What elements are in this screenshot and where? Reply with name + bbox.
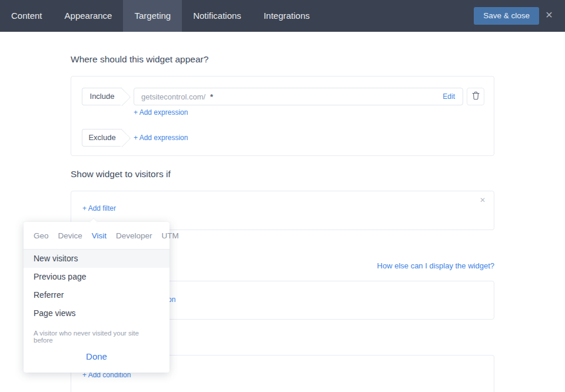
popup-item-new-visitors[interactable]: New visitors	[24, 250, 170, 268]
add-expression-link-exclude[interactable]: + Add expression	[134, 134, 188, 142]
exclude-label: Exclude	[88, 133, 115, 142]
popup-item-page-views[interactable]: Page views	[24, 304, 170, 323]
help-display-widget-link[interactable]: How else can I display the widget?	[377, 261, 494, 270]
close-icon[interactable]: ✕	[544, 10, 554, 21]
add-expression-link-include[interactable]: + Add expression	[134, 108, 188, 117]
tab-content[interactable]: Content	[0, 0, 54, 32]
edit-link[interactable]: Edit	[443, 92, 455, 101]
top-navbar: Content Appearance Targeting Notificatio…	[0, 0, 565, 32]
popup-tab-visit[interactable]: Visit	[92, 231, 107, 240]
visitors-section-heading: Show widget to visitors if	[71, 169, 171, 180]
add-filter-link[interactable]: + Add filter	[82, 204, 116, 212]
popup-tab-developer[interactable]: Developer	[116, 231, 152, 240]
pages-section-heading: Where should this widget appear?	[71, 54, 208, 65]
popup-tab-device[interactable]: Device	[58, 231, 82, 240]
popup-tabs: Geo Device Visit Developer UTM	[24, 222, 170, 250]
include-label: Include	[90, 92, 115, 101]
tab-targeting[interactable]: Targeting	[123, 0, 182, 32]
popup-item-referrer[interactable]: Referrer	[24, 286, 170, 304]
popup-hint-text: A visitor who never visited your site be…	[34, 330, 159, 344]
popup-tab-geo[interactable]: Geo	[34, 231, 49, 240]
widget-settings-window: Content Appearance Targeting Notificatio…	[0, 0, 565, 392]
delete-expression-button[interactable]	[467, 88, 484, 105]
filter-popup: Geo Device Visit Developer UTM New visit…	[24, 222, 170, 373]
tab-appearance[interactable]: Appearance	[54, 0, 124, 32]
popup-item-previous-page[interactable]: Previous page	[24, 268, 170, 286]
url-wildcard: *	[210, 92, 213, 101]
url-expression-field[interactable]: getsitecontrol.com/ * Edit	[134, 88, 463, 105]
page-rules-panel: Include getsitecontrol.com/ * Edit + Add…	[71, 76, 494, 156]
tab-notifications[interactable]: Notifications	[182, 0, 252, 32]
include-button[interactable]: Include	[82, 88, 122, 105]
tab-integrations[interactable]: Integrations	[252, 0, 321, 32]
popup-done-button[interactable]: Done	[24, 351, 170, 361]
url-value: getsitecontrol.com/	[141, 92, 205, 101]
trash-icon	[472, 91, 480, 102]
exclude-button[interactable]: Exclude	[82, 129, 122, 147]
remove-filter-group-icon[interactable]: ✕	[478, 196, 487, 204]
save-and-close-button[interactable]: Save & close	[474, 7, 539, 25]
popup-tab-utm[interactable]: UTM	[162, 231, 179, 240]
